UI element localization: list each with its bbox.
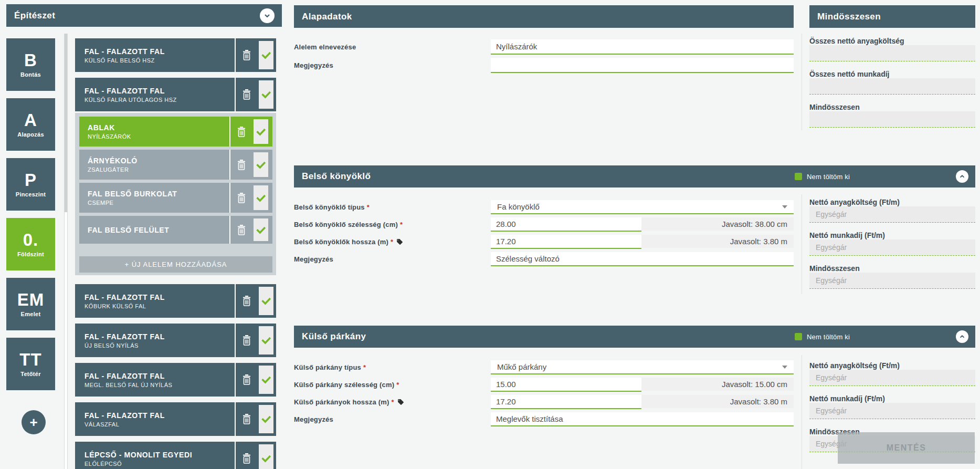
- required-mark: *: [391, 398, 394, 406]
- delete-element-button[interactable]: [236, 78, 258, 111]
- field-label-text: Külső párkány szélesség (cm): [294, 381, 394, 389]
- divider: [802, 355, 802, 469]
- element-item[interactable]: LÉPCSŐ - MONOLIT EGYEDI ELŐLÉPCSŐ: [75, 442, 276, 469]
- element-complete-checkbox[interactable]: [259, 80, 273, 109]
- element-subtitle: ELŐLÉPCSŐ: [85, 461, 235, 467]
- element-item[interactable]: FAL - FALAZOTT FAL KÜLSŐ FALRA UTÓLAGOS …: [75, 78, 276, 111]
- element-title: FAL - FALAZOTT FAL: [85, 47, 235, 56]
- subelement-item[interactable]: FAL BELSŐ FELÜLET: [79, 216, 272, 244]
- subelement-item[interactable]: FAL BELSŐ BURKOLAT CSEMPE: [79, 183, 272, 213]
- left-panel-header: Építészet: [6, 4, 282, 27]
- level-code: P: [25, 171, 37, 189]
- trash-icon: [241, 89, 252, 100]
- collapse-section-button[interactable]: [956, 170, 968, 183]
- element-complete-checkbox[interactable]: [259, 287, 273, 315]
- element-complete-checkbox[interactable]: [259, 326, 273, 355]
- element-text: FAL - FALAZOTT FAL ÚJ BELSŐ NYÍLÁS: [75, 324, 235, 357]
- plus-icon: +: [29, 414, 37, 431]
- level-code: B: [24, 51, 37, 69]
- subelement-subtitle: NYÍLÁSZÁRÓK: [88, 133, 229, 140]
- grand-total-field: [809, 111, 975, 128]
- collapse-section-button[interactable]: [956, 330, 968, 343]
- delete-element-button[interactable]: [236, 442, 258, 469]
- level-code: EM: [17, 291, 45, 308]
- suggested-value: Javasolt: 3.80 m: [641, 235, 794, 248]
- trash-icon: [241, 335, 252, 346]
- tag-icon: [397, 399, 404, 405]
- subelement-title: ABLAK: [88, 123, 229, 132]
- subelement-complete-checkbox[interactable]: [254, 185, 268, 210]
- inner-sill-width-input[interactable]: [491, 217, 641, 232]
- outer-ledge-type-select[interactable]: Műkő párkány: [491, 360, 794, 374]
- level-tab-bontas[interactable]: B Bontás: [6, 38, 55, 91]
- check-icon: [261, 414, 271, 424]
- element-complete-checkbox[interactable]: [259, 366, 273, 394]
- delete-element-button[interactable]: [236, 284, 258, 318]
- trash-icon: [241, 413, 252, 425]
- delete-element-button[interactable]: [236, 402, 258, 436]
- inner-sill-length-input[interactable]: [491, 235, 641, 249]
- subelement-complete-checkbox[interactable]: [254, 152, 268, 177]
- field-label-text: Külső párkányok hossza (m): [294, 398, 389, 406]
- element-item[interactable]: FAL - FALAZOTT FAL ÚJ BELSŐ NYÍLÁS: [75, 324, 276, 357]
- delete-element-button[interactable]: [236, 363, 258, 397]
- skip-section: Nem töltöm ki: [795, 165, 850, 187]
- outer-ledge-length-input[interactable]: [491, 395, 641, 409]
- skip-section-checkbox[interactable]: [795, 173, 802, 180]
- field-label: Megjegyzés: [294, 252, 488, 266]
- inner-sill-comment-input[interactable]: [491, 252, 794, 266]
- required-mark: *: [363, 363, 366, 371]
- element-item[interactable]: FAL - FALAZOTT FAL MEGL. BELSŐ FAL ÚJ NY…: [75, 363, 276, 397]
- skip-section-checkbox[interactable]: [795, 333, 802, 340]
- level-label: Pinceszint: [16, 191, 46, 197]
- field-label-text: Megjegyzés: [294, 255, 333, 263]
- inner-sill-type-select[interactable]: Fa könyöklő: [491, 200, 794, 214]
- element-complete-checkbox[interactable]: [259, 444, 273, 469]
- subelement-name-input[interactable]: [491, 39, 794, 55]
- add-level-button[interactable]: +: [22, 410, 46, 434]
- collapse-left-panel-button[interactable]: [260, 8, 275, 23]
- element-item[interactable]: FAL - FALAZOTT FAL KŐBURK KÜLSŐ FAL: [75, 284, 276, 318]
- field-label: Megjegyzés: [294, 58, 488, 72]
- outer-ledge-comment-input[interactable]: [491, 412, 794, 426]
- element-complete-checkbox[interactable]: [259, 41, 273, 69]
- save-button[interactable]: MENTÉS: [838, 432, 975, 464]
- outer-ledge-section-header: Külső párkány Nem töltöm ki: [294, 326, 975, 348]
- level-label: Bontás: [20, 71, 41, 78]
- delete-subelement-button[interactable]: [230, 117, 252, 147]
- subelement-complete-checkbox[interactable]: [254, 218, 268, 241]
- check-icon: [261, 453, 271, 464]
- field-label-text: Belső könyöklők hossza (m): [294, 238, 388, 246]
- level-tab-pinceszint[interactable]: P Pinceszint: [6, 158, 55, 211]
- level-code: 0.: [23, 231, 39, 248]
- delete-element-button[interactable]: [236, 38, 258, 72]
- add-subelement-button[interactable]: + ÚJ ALELEM HOZZÁADÁSA: [79, 256, 272, 273]
- required-mark: *: [367, 203, 370, 211]
- inner-sill-section-header: Belső könyöklő Nem töltöm ki: [294, 165, 975, 187]
- add-subelement-label: + ÚJ ALELEM HOZZÁADÁSA: [124, 260, 227, 268]
- element-list-scrollbar-thumb[interactable]: [65, 34, 67, 212]
- select-value: Műkő párkány: [497, 362, 546, 371]
- basic-comment-input[interactable]: [491, 58, 794, 73]
- delete-subelement-button[interactable]: [230, 216, 252, 244]
- skip-section-label: Nem töltöm ki: [807, 173, 850, 181]
- delete-subelement-button[interactable]: [230, 150, 252, 180]
- subelement-complete-checkbox[interactable]: [254, 119, 268, 144]
- delete-element-button[interactable]: [236, 324, 258, 357]
- level-tab-emelet[interactable]: EM Emelet: [6, 278, 55, 330]
- element-item[interactable]: FAL - FALAZOTT FAL KÜLSŐ FAL BELSŐ HSZ: [75, 38, 276, 72]
- subelement-item[interactable]: ABLAK NYÍLÁSZÁRÓK: [79, 117, 272, 147]
- check-icon: [261, 335, 271, 346]
- outer-ledge-width-input[interactable]: [491, 378, 641, 392]
- element-item[interactable]: FAL - FALAZOTT FAL VÁLASZFAL: [75, 402, 276, 436]
- level-tab-tetoter[interactable]: TT Tetőtér: [6, 338, 55, 390]
- subelement-subtitle: CSEMPE: [88, 200, 229, 206]
- summary-field-label: Összes nettó munkadíj: [809, 70, 975, 78]
- level-tab-alapozas[interactable]: A Alapozás: [6, 98, 55, 151]
- subelement-text: ÁRNYÉKOLÓ ZSALUGÁTER: [79, 150, 229, 180]
- subelement-item[interactable]: ÁRNYÉKOLÓ ZSALUGÁTER: [79, 150, 272, 180]
- delete-subelement-button[interactable]: [230, 183, 252, 213]
- element-complete-checkbox[interactable]: [259, 405, 273, 433]
- level-tab-foldszint[interactable]: 0. Földszint: [6, 218, 55, 270]
- field-label-text: Belső könyöklő típus: [294, 203, 365, 211]
